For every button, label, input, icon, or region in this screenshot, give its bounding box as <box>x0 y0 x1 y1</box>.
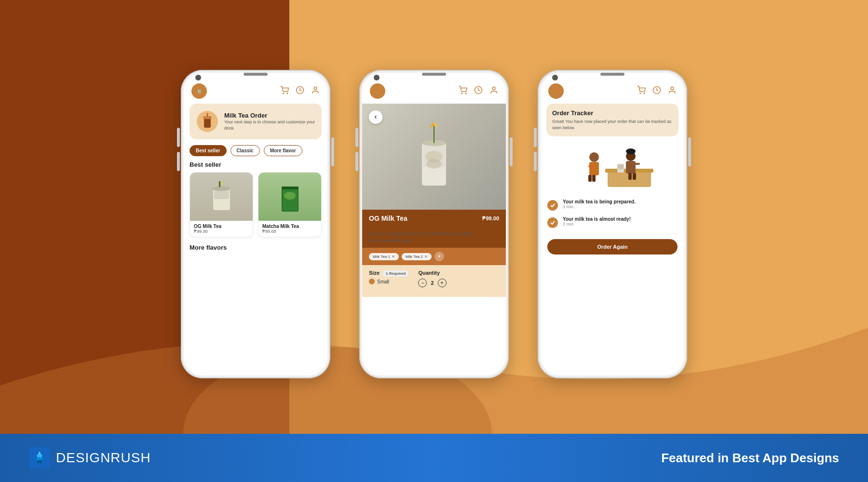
matcha-product-name: Matcha Milk Tea <box>262 224 317 229</box>
screen-2: OG Milk Tea ₱99.00 First time ordering m… <box>362 73 506 375</box>
svg-marker-33 <box>434 122 439 128</box>
phone-1-screen: 🧋 <box>184 73 327 375</box>
quantity-label: Quantity <box>418 270 446 276</box>
svg-point-37 <box>644 93 645 94</box>
svg-rect-21 <box>282 187 298 189</box>
flavor-tag-1-close[interactable]: ✕ <box>392 254 395 259</box>
size-small-option[interactable]: Small <box>369 279 408 284</box>
size-small-label: Small <box>377 279 389 284</box>
product-card-matcha[interactable]: Matcha Milk Tea ₱99.00 <box>258 172 322 237</box>
app-logo-1: 🧋 <box>191 83 207 99</box>
filter-classic[interactable]: Classic <box>231 145 260 156</box>
footer-tagline: Featured in Best App Designs <box>661 451 839 466</box>
flavor-tag-2[interactable]: Milk Tea 2 ✕ <box>402 253 432 260</box>
header-icons-1 <box>280 86 320 96</box>
phone-2-vol-btn-1 <box>355 128 358 147</box>
app-header-2 <box>362 73 506 104</box>
svg-rect-13 <box>214 189 229 199</box>
svg-point-36 <box>640 93 641 94</box>
filter-tabs: Best seller Classic More flavor <box>184 145 327 156</box>
phone-3-side-btn <box>688 137 691 166</box>
svg-rect-49 <box>626 161 636 174</box>
moreflavors-title: More flavors <box>184 244 327 251</box>
app-logo-3 <box>548 83 564 99</box>
svg-rect-46 <box>588 175 592 182</box>
product-detail-price: ₱99.00 <box>482 215 499 222</box>
cart-icon-1[interactable] <box>280 86 289 96</box>
user-icon-2[interactable] <box>489 86 498 96</box>
user-icon-1[interactable] <box>311 86 320 96</box>
cart-icon-3[interactable] <box>637 86 646 96</box>
phone-1: 🧋 <box>181 70 330 378</box>
og-product-price: ₱99.00 <box>194 229 249 234</box>
footer-brand-design: DESIGN <box>56 450 110 465</box>
svg-rect-43 <box>589 162 599 175</box>
quantity-increase[interactable]: + <box>438 279 447 287</box>
product-card-og[interactable]: OG Milk Tea ₱99.00 <box>190 172 253 237</box>
products-grid: OG Milk Tea ₱99.00 <box>184 172 327 237</box>
step-1-time: 3 min. <box>563 204 636 209</box>
tracker-steps: Your milk tea is being prepared. 3 min. … <box>541 199 684 228</box>
flavor-tag-1[interactable]: Milk Tea 1 ✕ <box>369 253 399 260</box>
svg-point-15 <box>212 186 231 191</box>
user-icon-3[interactable] <box>668 86 677 96</box>
svg-point-11 <box>206 113 208 115</box>
og-product-info: OG Milk Tea ₱99.00 <box>190 221 253 237</box>
divider <box>547 234 678 234</box>
svg-rect-51 <box>628 173 632 180</box>
svg-rect-54 <box>618 164 624 169</box>
add-flavor-button[interactable]: + <box>434 252 444 261</box>
phone-3: Order Tracker Great! You have now placed… <box>538 70 687 378</box>
product-hero-image <box>362 104 506 210</box>
order-again-button[interactable]: Order Again <box>547 239 678 254</box>
header-icons-2 <box>459 86 498 96</box>
svg-point-30 <box>426 159 442 169</box>
svg-point-20 <box>284 192 296 200</box>
svg-rect-8 <box>204 118 211 128</box>
clock-icon-1[interactable] <box>296 86 304 96</box>
phone-3-screen: Order Tracker Great! You have now placed… <box>541 73 684 375</box>
phone-2-side-btn <box>510 137 513 166</box>
quantity-decrease[interactable]: − <box>418 279 427 287</box>
svg-rect-9 <box>203 116 212 119</box>
product-hero-bg <box>362 104 506 210</box>
phone-1-vol-btn-2 <box>177 152 180 171</box>
screen-1: 🧋 <box>184 73 327 375</box>
screen-3: Order Tracker Great! You have now placed… <box>541 73 684 375</box>
clock-icon-2[interactable] <box>474 86 483 96</box>
step-2-time: 2 min. <box>563 222 631 227</box>
customize-section: Size 1 Required Small Quantity − <box>362 265 506 297</box>
phone-3-speaker <box>600 73 624 76</box>
tracker-illustration <box>541 141 684 199</box>
svg-point-6 <box>314 87 317 90</box>
designrush-logo-icon <box>29 447 50 469</box>
flavor-tags: Milk Tea 1 ✕ Milk Tea 2 ✕ + <box>362 248 506 265</box>
matcha-milk-tea-img <box>258 173 321 221</box>
promo-text: Milk Tea Order Your next step is to choo… <box>224 112 316 131</box>
step-1-check-icon <box>547 200 558 211</box>
svg-point-3 <box>283 93 284 94</box>
header-icons-3 <box>637 86 677 96</box>
size-label: Size 1 Required <box>369 270 408 276</box>
quantity-section: Quantity − 2 + <box>418 270 446 287</box>
filter-bestseller[interactable]: Best seller <box>190 145 227 156</box>
promo-banner: Milk Tea Order Your next step is to choo… <box>190 104 322 139</box>
clock-icon-3[interactable] <box>652 86 661 96</box>
svg-marker-34 <box>429 122 434 128</box>
svg-point-42 <box>589 152 599 162</box>
order-tracker-banner: Order Tracker Great! You have now placed… <box>546 104 678 136</box>
phone-3-vol-btn-1 <box>534 128 537 147</box>
cart-icon-2[interactable] <box>459 86 467 96</box>
back-button[interactable] <box>369 110 382 124</box>
phone-2: OG Milk Tea ₱99.00 First time ordering m… <box>359 70 509 378</box>
svg-point-4 <box>287 93 288 94</box>
matcha-product-info: Matcha Milk Tea ₱99.00 <box>258 221 321 237</box>
size-quantity-row: Size 1 Required Small Quantity − <box>369 270 499 287</box>
promo-title: Milk Tea Order <box>224 112 316 119</box>
flavor-tag-2-close[interactable]: ✕ <box>424 254 428 259</box>
size-radio-small[interactable] <box>369 279 375 284</box>
svg-rect-44 <box>588 165 594 167</box>
filter-moreflavor[interactable]: More flavor <box>264 145 302 156</box>
phone-1-speaker <box>244 73 268 76</box>
phone-2-screen: OG Milk Tea ₱99.00 First time ordering m… <box>362 73 506 375</box>
